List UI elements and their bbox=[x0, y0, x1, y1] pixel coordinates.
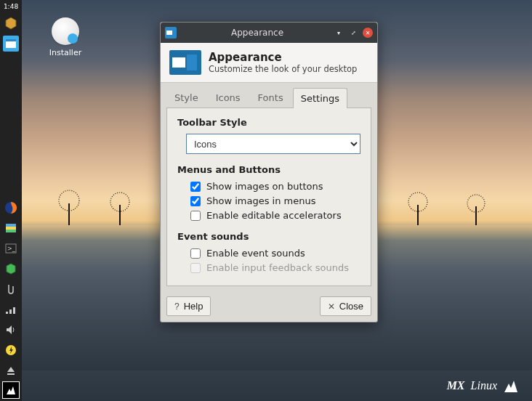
svg-marker-17 bbox=[7, 264, 15, 274]
mx-linux-branding: MX Linux bbox=[447, 378, 519, 394]
minimize-button[interactable] bbox=[334, 28, 344, 38]
window-header: Appearance Customize the look of your de… bbox=[161, 43, 377, 83]
toolbar-style-select[interactable]: Icons bbox=[186, 134, 360, 154]
maximize-button[interactable] bbox=[348, 28, 358, 38]
tab-settings[interactable]: Settings bbox=[293, 88, 347, 108]
enable-feedback-sounds-checkbox bbox=[190, 263, 201, 273]
show-images-menus-row[interactable]: Show images in menus bbox=[190, 195, 360, 206]
panel-terminal-icon[interactable]: >_ bbox=[3, 240, 19, 256]
settings-tab-body: Toolbar Style Icons Menus and Buttons Sh… bbox=[166, 108, 371, 286]
panel-package-icon[interactable] bbox=[3, 261, 19, 277]
enable-event-sounds-checkbox[interactable] bbox=[190, 248, 201, 259]
event-sounds-title: Event sounds bbox=[177, 231, 360, 242]
svg-rect-20 bbox=[13, 307, 15, 314]
installer-label: Installer bbox=[44, 48, 87, 57]
close-icon: ✕ bbox=[328, 301, 335, 312]
show-images-menus-checkbox[interactable] bbox=[190, 196, 201, 206]
window-icon bbox=[165, 27, 177, 39]
svg-rect-24 bbox=[7, 373, 15, 375]
svg-point-7 bbox=[467, 195, 485, 212]
clock[interactable]: 1:48 bbox=[4, 1, 18, 13]
toolbar-style-title: Toolbar Style bbox=[177, 117, 360, 128]
panel-hex-icon[interactable] bbox=[3, 15, 19, 31]
svg-rect-13 bbox=[6, 227, 16, 230]
panel-power-icon[interactable] bbox=[3, 342, 19, 358]
window-footer: ? Help ✕ Close bbox=[161, 292, 377, 322]
help-button-label: Help bbox=[184, 301, 203, 312]
enable-event-sounds-row[interactable]: Enable event sounds bbox=[190, 248, 360, 259]
help-icon: ? bbox=[174, 301, 180, 312]
panel-eject-icon[interactable] bbox=[3, 362, 19, 378]
installer-shortcut[interactable]: Installer bbox=[44, 17, 87, 57]
editable-accel-checkbox[interactable] bbox=[190, 211, 201, 221]
svg-point-3 bbox=[110, 193, 129, 211]
editable-accel-label: Enable editable accelerators bbox=[206, 210, 342, 221]
toolbar-style-section: Toolbar Style Icons bbox=[177, 117, 360, 154]
enable-feedback-sounds-row: Enable input feedback sounds bbox=[190, 262, 360, 273]
window-title: Appearance bbox=[181, 28, 334, 38]
enable-event-sounds-label: Enable event sounds bbox=[206, 248, 305, 259]
panel-files-icon[interactable] bbox=[3, 220, 19, 236]
help-button[interactable]: ? Help bbox=[166, 296, 211, 316]
svg-marker-21 bbox=[7, 325, 12, 334]
close-button-label: Close bbox=[339, 301, 363, 312]
panel-volume-icon[interactable] bbox=[3, 322, 19, 338]
panel-clip-icon[interactable] bbox=[3, 281, 19, 297]
tab-bar: Style Icons Fonts Settings bbox=[161, 83, 377, 108]
branding-linux: Linux bbox=[471, 379, 497, 392]
svg-rect-19 bbox=[9, 309, 12, 314]
editable-accel-row[interactable]: Enable editable accelerators bbox=[190, 210, 360, 221]
svg-text:>_: >_ bbox=[7, 246, 16, 252]
appearance-icon bbox=[169, 50, 201, 75]
branding-mx: MX bbox=[447, 379, 465, 392]
installer-icon bbox=[52, 17, 79, 45]
header-title: Appearance bbox=[209, 51, 357, 64]
tab-style[interactable]: Style bbox=[166, 87, 206, 108]
titlebar[interactable]: Appearance bbox=[161, 23, 377, 43]
svg-rect-18 bbox=[6, 312, 8, 314]
svg-rect-12 bbox=[6, 224, 16, 227]
header-subtitle: Customize the look of your desktop bbox=[209, 64, 357, 74]
menus-buttons-section: Menus and Buttons Show images on buttons… bbox=[177, 164, 360, 221]
svg-point-5 bbox=[408, 193, 427, 211]
show-images-buttons-row[interactable]: Show images on buttons bbox=[190, 181, 360, 192]
event-sounds-section: Event sounds Enable event sounds Enable … bbox=[177, 231, 360, 273]
tab-fonts[interactable]: Fonts bbox=[250, 87, 291, 108]
appearance-window: Appearance Appearance Customize the look… bbox=[160, 22, 378, 323]
svg-marker-8 bbox=[6, 17, 16, 29]
tab-icons[interactable]: Icons bbox=[208, 87, 249, 108]
menus-buttons-title: Menus and Buttons bbox=[177, 164, 360, 175]
panel-firefox-icon[interactable] bbox=[3, 200, 19, 216]
taskbar-panel: 1:48 >_ bbox=[0, 0, 22, 401]
panel-network-icon[interactable] bbox=[3, 301, 19, 317]
show-images-buttons-label: Show images on buttons bbox=[206, 181, 323, 192]
mx-logo-icon bbox=[503, 378, 519, 394]
menu-button[interactable] bbox=[2, 381, 20, 399]
show-images-menus-label: Show images in menus bbox=[206, 195, 316, 206]
enable-feedback-sounds-label: Enable input feedback sounds bbox=[206, 262, 349, 273]
show-images-buttons-checkbox[interactable] bbox=[190, 182, 201, 192]
panel-active-window-icon[interactable] bbox=[3, 36, 19, 52]
close-button[interactable] bbox=[363, 28, 373, 38]
svg-rect-14 bbox=[6, 230, 16, 232]
svg-rect-10 bbox=[6, 39, 16, 41]
svg-point-1 bbox=[59, 190, 79, 211]
close-dialog-button[interactable]: ✕ Close bbox=[320, 296, 371, 316]
svg-marker-23 bbox=[7, 367, 15, 372]
